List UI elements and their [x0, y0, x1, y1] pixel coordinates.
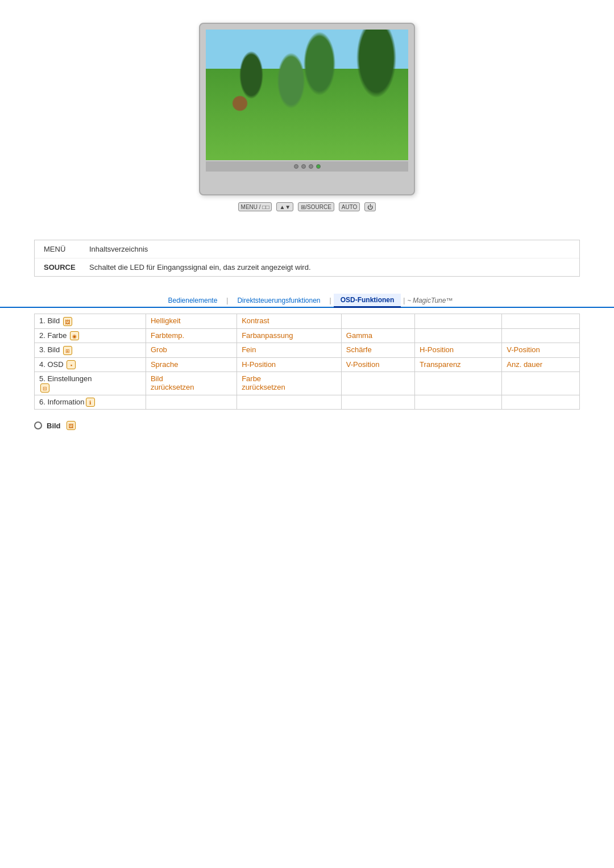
- cell-2-1[interactable]: Farbtemp.: [146, 328, 237, 343]
- row-label-5: 5. Einstellungen: [39, 374, 92, 383]
- cell-4-3[interactable]: V-Position: [341, 357, 414, 372]
- cell-1-5: [502, 314, 580, 329]
- svg-point-4: [304, 30, 355, 101]
- row-icon-4: ▪: [67, 360, 76, 369]
- svg-point-19: [316, 126, 321, 132]
- cell-1-1[interactable]: Helligkeit: [146, 314, 237, 329]
- cell-3-2[interactable]: Fein: [237, 343, 342, 358]
- row-header-4: 4. OSD ▪: [35, 357, 146, 372]
- link-bild-zuruecksetzen[interactable]: Bildzurücksetzen: [151, 374, 194, 391]
- monitor-screen: [206, 30, 408, 160]
- link-farbanpassung[interactable]: Farbanpassung: [242, 331, 293, 340]
- row-label-6: 6. Information: [39, 398, 85, 406]
- power-button[interactable]: ⏻: [364, 202, 376, 211]
- brightness-contrast-button[interactable]: ▲▼: [276, 202, 293, 211]
- svg-point-1: [208, 41, 247, 109]
- svg-point-17: [357, 108, 371, 122]
- link-v-position-3[interactable]: V-Position: [507, 345, 540, 354]
- svg-point-20: [327, 125, 332, 130]
- monitor-base: [206, 161, 408, 172]
- link-v-position-4[interactable]: V-Position: [346, 360, 380, 369]
- table-row: 3. Bild ⊞ Grob Fein Schärfe H-Position V…: [35, 343, 580, 358]
- cell-1-3: [341, 314, 414, 329]
- row-header-3: 3. Bild ⊞: [35, 343, 146, 358]
- svg-point-21: [338, 126, 344, 132]
- cell-5-1[interactable]: Bildzurücksetzen: [146, 372, 237, 395]
- svg-rect-0: [206, 30, 408, 160]
- cell-3-1[interactable]: Grob: [146, 343, 237, 358]
- info-label-source: SOURCE: [44, 263, 89, 272]
- cell-6-1: [146, 395, 237, 410]
- row-icon-6: ℹ: [86, 398, 95, 407]
- link-sprache[interactable]: Sprache: [151, 360, 178, 369]
- svg-point-18: [357, 108, 371, 122]
- row-label-1: 1. Bild: [39, 316, 62, 325]
- link-farbe-zuruecksetzen[interactable]: Farbezurücksetzen: [242, 374, 285, 391]
- cell-2-5: [502, 328, 580, 343]
- cell-1-2[interactable]: Kontrast: [237, 314, 342, 329]
- svg-point-5: [347, 30, 404, 101]
- monitor-btn-2: [301, 164, 306, 169]
- sep-3: |: [401, 297, 407, 304]
- svg-point-15: [275, 121, 283, 129]
- link-farbtemp[interactable]: Farbtemp.: [151, 331, 184, 340]
- svg-point-16: [245, 116, 255, 127]
- cell-4-4[interactable]: Transparenz: [415, 357, 502, 372]
- cell-2-2[interactable]: Farbanpassung: [237, 328, 342, 343]
- cell-4-1[interactable]: Sprache: [146, 357, 237, 372]
- cell-3-3[interactable]: Schärfe: [341, 343, 414, 358]
- cell-6-5: [502, 395, 580, 410]
- info-row-menu: MENÜ Inhaltsverzeichnis: [35, 240, 579, 258]
- cell-3-5[interactable]: V-Position: [502, 343, 580, 358]
- link-transparenz[interactable]: Transparenz: [420, 360, 461, 369]
- cell-6-2: [237, 395, 342, 410]
- tab-bedienelemente[interactable]: Bedienelemente: [161, 294, 225, 308]
- bottom-section: Bild 🖼: [34, 421, 580, 430]
- tab-direktsteuerung[interactable]: Direktsteuerungsfunktionen: [230, 294, 327, 308]
- menu-button[interactable]: MENU / □□: [238, 202, 272, 211]
- link-h-position-4[interactable]: H-Position: [242, 360, 276, 369]
- nav-tabs: Bedienelemente | Direktsteuerungsfunktio…: [0, 294, 614, 308]
- cell-3-4[interactable]: H-Position: [415, 343, 502, 358]
- row-header-2: 2. Farbe ◉: [35, 328, 146, 343]
- svg-point-6: [381, 38, 408, 101]
- cell-2-3[interactable]: Gamma: [341, 328, 414, 343]
- row-header-5: 5. Einstellungen⊟: [35, 372, 146, 395]
- link-fein[interactable]: Fein: [242, 345, 256, 354]
- cell-5-2[interactable]: Farbezurücksetzen: [237, 372, 342, 395]
- table-row: 2. Farbe ◉ Farbtemp. Farbanpassung Gamma: [35, 328, 580, 343]
- svg-point-23: [206, 86, 227, 132]
- sep-1: |: [224, 297, 230, 304]
- cell-6-3: [341, 395, 414, 410]
- info-label-menu: MENÜ: [44, 245, 89, 253]
- link-schaerfe[interactable]: Schärfe: [346, 345, 372, 354]
- table-row: 5. Einstellungen⊟ Bildzurücksetzen Farbe…: [35, 372, 580, 395]
- cell-1-4: [415, 314, 502, 329]
- source-button[interactable]: ⊞/SOURCE: [298, 202, 334, 211]
- osd-table-section: 1. Bild 🖼 Helligkeit Kontrast 2. Farbe ◉…: [34, 314, 580, 410]
- link-kontrast[interactable]: Kontrast: [242, 316, 269, 325]
- info-content-menu: Inhaltsverzeichnis: [89, 245, 148, 253]
- auto-button[interactable]: AUTO: [339, 202, 360, 211]
- cell-2-4: [415, 328, 502, 343]
- row-header-6: 6. Informationℹ: [35, 395, 146, 410]
- cell-4-2[interactable]: H-Position: [237, 357, 342, 372]
- monitor-section: MENU / □□ ▲▼ ⊞/SOURCE AUTO ⏻: [0, 0, 614, 223]
- info-table: MENÜ Inhaltsverzeichnis SOURCE Schaltet …: [34, 240, 580, 277]
- row-icon-5: ⊟: [40, 383, 49, 393]
- bild-icon: 🖼: [67, 421, 76, 430]
- link-h-position-3[interactable]: H-Position: [420, 345, 454, 354]
- monitor-power-led: [316, 164, 321, 169]
- svg-marker-9: [289, 85, 302, 92]
- link-gamma[interactable]: Gamma: [346, 331, 372, 340]
- link-helligkeit[interactable]: Helligkeit: [151, 316, 181, 325]
- cell-4-5[interactable]: Anz. dauer: [502, 357, 580, 372]
- svg-rect-11: [206, 126, 408, 160]
- link-grob[interactable]: Grob: [151, 345, 167, 354]
- table-row: 6. Informationℹ: [35, 395, 580, 410]
- tab-osd-funktionen[interactable]: OSD-Funktionen: [334, 294, 401, 308]
- garden-scene: [206, 30, 408, 160]
- radio-button[interactable]: [34, 422, 42, 429]
- monitor-btn-1: [294, 164, 298, 169]
- link-anz-dauer[interactable]: Anz. dauer: [507, 360, 542, 369]
